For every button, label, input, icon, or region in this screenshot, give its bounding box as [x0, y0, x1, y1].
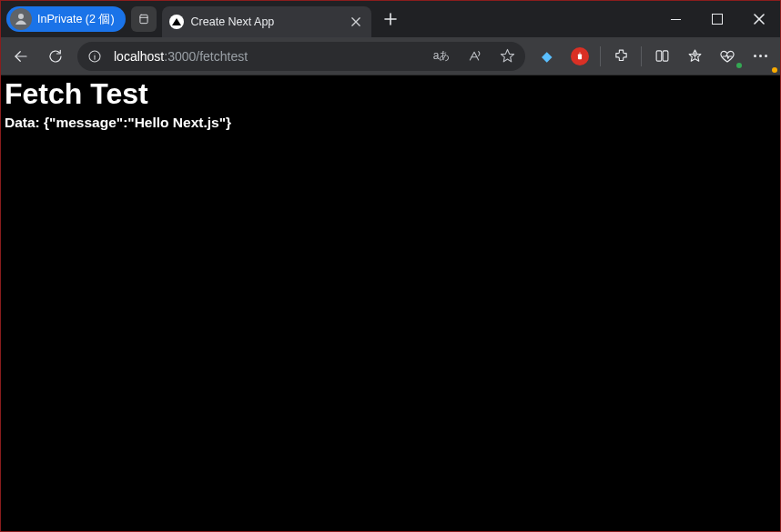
back-icon — [13, 48, 29, 65]
address-bar-url: localhost:3000/fetchtest — [114, 49, 421, 64]
favorite-star-icon — [500, 48, 515, 64]
tracking-shield-icon — [571, 47, 589, 65]
profile-avatar-icon — [10, 8, 32, 30]
refresh-icon — [47, 48, 64, 65]
window-close-icon — [754, 14, 765, 25]
inprivate-badge[interactable]: InPrivate (2 個) — [6, 6, 126, 32]
url-path: :3000/fetchtest — [164, 49, 248, 64]
translate-icon: aあ — [433, 48, 451, 64]
favorite-button[interactable] — [494, 48, 520, 64]
tab-actions-icon — [137, 13, 150, 25]
address-bar[interactable]: localhost:3000/fetchtest aあ — [77, 42, 525, 71]
toolbar-separator — [641, 46, 642, 66]
tracking-prevention-button[interactable] — [563, 41, 596, 72]
extensions-button[interactable] — [604, 41, 637, 72]
read-aloud-icon — [467, 49, 482, 64]
svg-rect-1 — [139, 15, 147, 23]
notification-dot-icon — [772, 67, 777, 73]
tab-actions-button[interactable] — [131, 6, 157, 32]
tab-close-button[interactable] — [348, 14, 364, 30]
extension-puzzle-icon — [614, 48, 629, 64]
toolbar-separator — [600, 46, 601, 66]
refresh-button[interactable] — [39, 41, 72, 72]
collections-icon — [687, 48, 703, 64]
url-host: localhost — [114, 49, 164, 64]
back-button[interactable] — [5, 41, 37, 72]
toolbar: localhost:3000/fetchtest aあ ◆ — [1, 37, 780, 75]
svg-point-12 — [95, 53, 96, 54]
page-heading: Fetch Test — [5, 77, 776, 111]
tab-title: Create Next App — [191, 15, 340, 28]
performance-heart-icon — [719, 48, 735, 65]
window-minimize-button[interactable] — [654, 1, 696, 37]
svg-rect-15 — [578, 54, 582, 59]
svg-rect-16 — [656, 51, 662, 61]
page-data-line: Data: {"message":"Hello Next.js"} — [5, 115, 776, 131]
more-menu-icon — [754, 55, 767, 57]
svg-marker-14 — [501, 49, 513, 61]
svg-point-0 — [18, 14, 24, 19]
inprivate-label: InPrivate (2 個) — [37, 12, 115, 27]
split-screen-button[interactable] — [645, 41, 678, 72]
read-aloud-button[interactable] — [462, 49, 487, 64]
split-screen-icon — [654, 48, 670, 64]
data-json: {"message":"Hello Next.js"} — [44, 115, 231, 130]
site-info-button[interactable] — [83, 49, 106, 64]
translate-button[interactable]: aあ — [429, 48, 454, 64]
page-viewport: Fetch Test Data: {"message":"Hello Next.… — [1, 75, 780, 531]
performance-status-dot-icon — [736, 63, 742, 68]
site-info-icon — [87, 49, 102, 64]
more-menu-button[interactable] — [744, 41, 776, 72]
close-icon — [351, 17, 360, 26]
rewards-gem-icon: ◆ — [542, 48, 553, 65]
data-prefix: Data: — [5, 115, 44, 130]
collections-button[interactable] — [678, 41, 711, 72]
toolbar-right: ◆ — [531, 41, 776, 72]
svg-rect-17 — [663, 51, 668, 61]
nextjs-favicon-icon — [169, 15, 184, 29]
rewards-button[interactable]: ◆ — [531, 41, 563, 72]
window-close-button[interactable] — [738, 1, 780, 37]
new-tab-button[interactable] — [377, 5, 404, 33]
window-controls — [654, 1, 780, 37]
titlebar: InPrivate (2 個) Create Next App — [1, 1, 780, 37]
window-maximize-button[interactable] — [696, 1, 738, 37]
plus-icon — [384, 13, 397, 25]
performance-button[interactable] — [711, 41, 744, 72]
active-tab[interactable]: Create Next App — [162, 6, 371, 37]
